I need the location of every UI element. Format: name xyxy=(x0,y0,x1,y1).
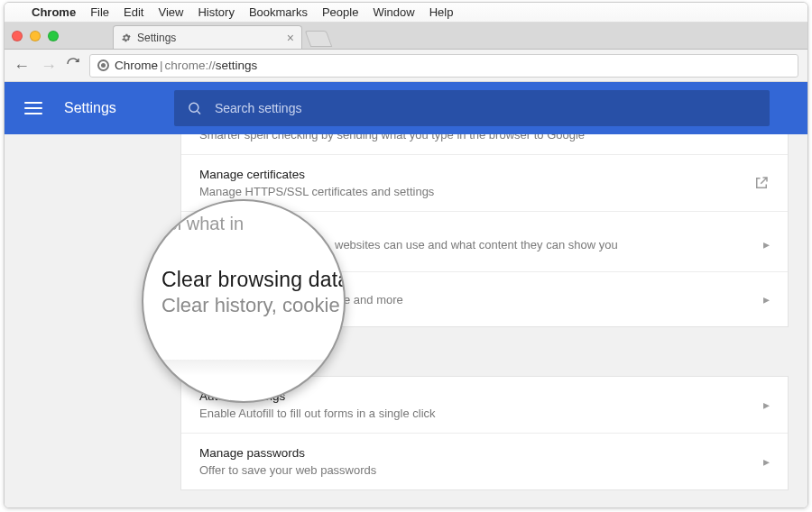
row-passwords-sub: Offer to save your web passwords xyxy=(199,463,376,477)
window-minimize-button[interactable] xyxy=(30,31,41,41)
external-link-icon[interactable] xyxy=(753,175,770,191)
menubar-help[interactable]: Help xyxy=(429,5,454,19)
gear-icon xyxy=(121,32,132,43)
navigation-buttons: ← → xyxy=(14,58,57,74)
menubar-file[interactable]: File xyxy=(90,5,109,19)
page-title: Settings xyxy=(64,100,116,116)
row-autofill-sub: Enable Autofill to fill out forms in a s… xyxy=(199,407,436,420)
row-spellcheck-sub: Smarter spell checking by sending what y… xyxy=(199,134,585,142)
back-button[interactable]: ← xyxy=(14,58,30,74)
omnibox-divider: | xyxy=(160,59,163,72)
menubar-history[interactable]: History xyxy=(198,5,234,19)
omnibox-prefix: Chrome xyxy=(115,59,158,72)
window-controls xyxy=(12,23,113,49)
magnifier-title: Clear browsing data xyxy=(161,268,346,292)
chevron-right-icon: ▸ xyxy=(763,398,770,412)
tab-close-button[interactable]: × xyxy=(287,32,294,44)
forward-button: → xyxy=(41,58,57,74)
settings-search[interactable] xyxy=(174,90,770,126)
menubar-view[interactable]: View xyxy=(158,5,183,19)
svg-line-1 xyxy=(198,111,200,114)
omnibox-scheme: chrome:// xyxy=(165,59,216,72)
chevron-right-icon: ▸ xyxy=(763,292,770,306)
omnibox-path: settings xyxy=(216,59,258,72)
search-input[interactable] xyxy=(215,101,757,115)
menubar-bookmarks[interactable]: Bookmarks xyxy=(249,5,308,19)
toolbar: ← → Chrome | chrome://settings xyxy=(5,50,807,82)
tab-strip: Settings × xyxy=(5,23,807,50)
menubar-app[interactable]: Chrome xyxy=(32,5,76,19)
settings-header: Settings xyxy=(5,82,807,134)
row-certificates-sub: Manage HTTPS/SSL certificates and settin… xyxy=(199,185,434,198)
menubar-edit[interactable]: Edit xyxy=(124,5,143,19)
chevron-right-icon: ▸ xyxy=(763,454,770,469)
address-bar[interactable]: Chrome | chrome://settings xyxy=(89,54,798,78)
chevron-right-icon: ▸ xyxy=(763,237,770,251)
tab-settings[interactable]: Settings × xyxy=(113,25,302,49)
row-certificates[interactable]: Manage certificates Manage HTTPS/SSL cer… xyxy=(181,154,788,211)
menubar-window[interactable]: Window xyxy=(373,5,414,19)
window-zoom-button[interactable] xyxy=(48,31,59,41)
row-spellcheck[interactable]: Smarter spell checking by sending what y… xyxy=(181,134,788,154)
new-tab-button[interactable] xyxy=(305,31,333,47)
menubar-people[interactable]: People xyxy=(322,5,358,19)
row-passwords-title: Manage passwords xyxy=(199,446,376,460)
magnifier-subtitle: Clear history, cookie xyxy=(161,294,346,317)
magnifier-overlay: rol what in Clear browsing data Clear hi… xyxy=(142,199,346,403)
reload-button[interactable] xyxy=(66,57,80,74)
search-icon xyxy=(187,100,202,116)
macos-menubar: Chrome File Edit View History Bookmarks … xyxy=(5,3,807,23)
site-info-icon[interactable] xyxy=(97,59,109,71)
svg-point-0 xyxy=(189,103,198,112)
settings-content: Smarter spell checking by sending what y… xyxy=(5,134,807,507)
magnifier-shadow xyxy=(143,360,344,376)
window-close-button[interactable] xyxy=(12,31,23,41)
tab-title: Settings xyxy=(137,32,176,44)
row-passwords[interactable]: Manage passwords Offer to save your web … xyxy=(181,433,788,489)
menu-button[interactable] xyxy=(24,102,42,114)
row-certificates-title: Manage certificates xyxy=(199,168,434,181)
